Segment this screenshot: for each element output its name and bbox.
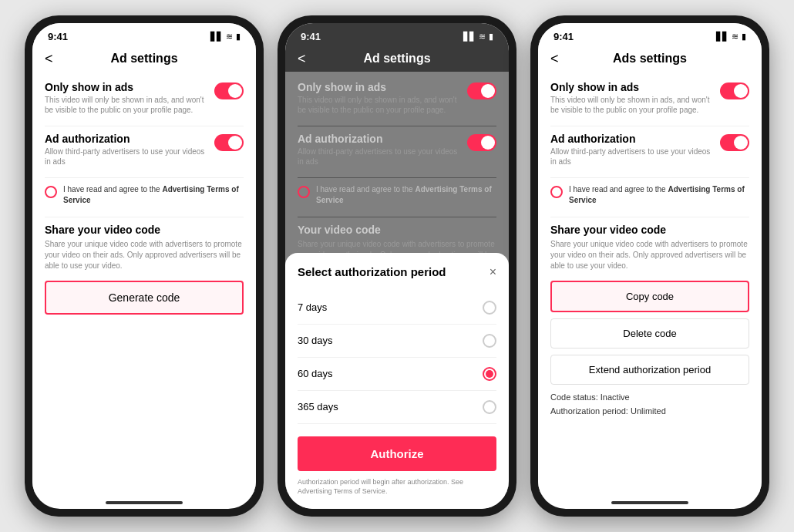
modal-footer-text: Authorization period will begin after au… <box>298 477 496 497</box>
divider-3c <box>550 217 749 217</box>
ad-auth-label-group-2: Ad authorization Allow third-party adver… <box>298 133 459 167</box>
option-60days-radio[interactable] <box>483 367 496 381</box>
generate-btn-1[interactable]: Generate code <box>45 281 244 315</box>
back-button-2[interactable]: < <box>298 51 306 67</box>
option-30days-label: 30 days <box>298 335 333 346</box>
wifi-icon-2: ≋ <box>479 32 486 42</box>
only-show-in-ads-setting-1: Only show in ads This video will only be… <box>45 81 244 115</box>
terms-text-3: I have read and agree to the Advertising… <box>569 184 749 206</box>
only-show-label-1: Only show in ads <box>45 81 207 93</box>
status-time-2: 9:41 <box>301 31 321 42</box>
terms-radio-2[interactable] <box>298 186 310 198</box>
ad-auth-toggle-3[interactable] <box>720 134 749 151</box>
ad-auth-setting-3: Ad authorization Allow third-party adver… <box>550 133 749 167</box>
battery-icon-3: ▮ <box>742 32 746 42</box>
phone-1: 9:41 ▋▋ ≋ ▮ < Ad settings Only show in a… <box>25 15 264 517</box>
option-365days-radio[interactable] <box>483 400 496 414</box>
battery-icon-2: ▮ <box>489 32 493 42</box>
home-indicator-1 <box>106 501 183 504</box>
option-60days-label: 60 days <box>298 368 333 379</box>
only-show-desc-1: This video will only be shown in ads, an… <box>45 95 207 115</box>
only-show-desc-2: This video will only be shown in ads, an… <box>298 95 459 115</box>
top-nav-2: < Ad settings <box>285 45 509 72</box>
status-bar-1: 9:41 ▋▋ ≋ ▮ <box>32 23 256 45</box>
divider-1a <box>45 126 244 126</box>
only-show-in-ads-setting-3: Only show in ads This video will only be… <box>550 81 749 115</box>
phones-container: 9:41 ▋▋ ≋ ▮ < Ad settings Only show in a… <box>25 15 769 517</box>
terms-radio-1[interactable] <box>45 186 57 198</box>
option-365days-label: 365 days <box>298 401 338 412</box>
copy-code-button[interactable]: Copy code <box>550 281 749 312</box>
terms-text-1: I have read and agree to the Advertising… <box>63 184 244 206</box>
ad-auth-label-group-3: Ad authorization Allow third-party adver… <box>550 133 712 167</box>
authorize-button[interactable]: Authorize <box>298 436 496 471</box>
only-show-toggle-3[interactable] <box>720 82 749 99</box>
divider-3b <box>550 177 749 178</box>
terms-text-2: I have read and agree to the Advertising… <box>316 184 496 206</box>
only-show-label-group-3: Only show in ads This video will only be… <box>550 81 712 115</box>
terms-radio-3[interactable] <box>550 186 563 198</box>
phone-2-screen: 9:41 ▋▋ ≋ ▮ < Ad settings Only show in a… <box>285 23 509 509</box>
ad-auth-setting-2: Ad authorization Allow third-party adver… <box>298 133 496 167</box>
terms-row-3: I have read and agree to the Advertising… <box>550 184 749 206</box>
back-button-3[interactable]: < <box>550 51 559 67</box>
extend-auth-button[interactable]: Extend authorization period <box>550 355 749 385</box>
only-show-label-group-2: Only show in ads This video will only be… <box>298 81 459 115</box>
share-title-1: Share your video code <box>45 224 244 236</box>
home-indicator-3 <box>611 501 688 504</box>
modal-close-button[interactable]: × <box>490 265 496 279</box>
phone-3-screen: 9:41 ▋▋ ≋ ▮ < Ads settings Only show in … <box>538 23 762 509</box>
ad-auth-setting-1: Ad authorization Allow third-party adver… <box>45 133 244 167</box>
option-365days[interactable]: 365 days <box>298 391 496 424</box>
terms-row-2: I have read and agree to the Advertising… <box>298 184 496 206</box>
delete-code-button[interactable]: Delete code <box>550 318 749 348</box>
divider-1c <box>45 217 244 217</box>
auth-period-modal: Select authorization period × 7 days 30 … <box>285 253 509 509</box>
settings-body-1: Only show in ads This video will only be… <box>32 72 256 495</box>
modal-title: Select authorization period <box>298 265 446 278</box>
nav-title-1: Ad settings <box>110 52 177 66</box>
only-show-in-ads-setting-2: Only show in ads This video will only be… <box>298 81 496 115</box>
only-show-toggle-1[interactable] <box>214 82 244 99</box>
status-icons-2: ▋▋ ≋ ▮ <box>463 32 493 42</box>
terms-prefix-3: I have read and agree to the <box>569 185 668 194</box>
ad-auth-toggle-2[interactable] <box>467 134 496 151</box>
divider-2a <box>298 126 496 126</box>
phone-2: 9:41 ▋▋ ≋ ▮ < Ad settings Only show in a… <box>278 15 516 517</box>
option-7days[interactable]: 7 days <box>298 291 496 325</box>
back-button-1[interactable]: < <box>45 51 53 67</box>
ad-auth-toggle-1[interactable] <box>214 134 244 151</box>
nav-title-3: Ads settings <box>613 52 687 66</box>
only-show-label-2: Only show in ads <box>298 81 459 93</box>
divider-1b <box>45 177 244 178</box>
wifi-icon-3: ≋ <box>732 32 738 42</box>
divider-2b <box>298 177 496 178</box>
ad-auth-label-1: Ad authorization <box>45 133 207 145</box>
option-7days-radio[interactable] <box>483 301 496 315</box>
only-show-toggle-2[interactable] <box>467 82 496 99</box>
ad-auth-label-2: Ad authorization <box>298 133 459 145</box>
settings-body-3: Only show in ads This video will only be… <box>538 72 762 495</box>
share-desc-3: Share your unique video code with advert… <box>550 239 749 271</box>
option-60days[interactable]: 60 days <box>298 358 496 391</box>
option-30days[interactable]: 30 days <box>298 325 496 358</box>
ad-auth-desc-3: Allow third-party advertisers to use you… <box>550 146 712 167</box>
status-bar-3: 9:41 ▋▋ ≋ ▮ <box>538 23 762 45</box>
auth-period-line: Authorization period: Unlimited <box>550 405 749 419</box>
signal-icon-3: ▋▋ <box>716 32 728 42</box>
terms-prefix-2: I have read and agree to the <box>316 185 415 194</box>
status-time-1: 9:41 <box>48 31 68 42</box>
ad-auth-desc-1: Allow third-party advertisers to use you… <box>45 146 207 167</box>
phone-3: 9:41 ▋▋ ≋ ▮ < Ads settings Only show in … <box>530 15 769 517</box>
option-30days-radio[interactable] <box>483 334 496 348</box>
wifi-icon-1: ≋ <box>226 32 233 42</box>
terms-row-1: I have read and agree to the Advertising… <box>45 184 244 206</box>
top-nav-1: < Ad settings <box>32 45 256 72</box>
ad-auth-label-3: Ad authorization <box>550 133 712 145</box>
ad-auth-desc-2: Allow third-party advertisers to use you… <box>298 146 459 167</box>
option-7days-label: 7 days <box>298 301 327 313</box>
only-show-label-3: Only show in ads <box>550 81 712 93</box>
divider-3a <box>550 126 749 126</box>
status-icons-1: ▋▋ ≋ ▮ <box>210 32 241 42</box>
share-desc-1: Share your unique video code with advert… <box>45 239 244 271</box>
